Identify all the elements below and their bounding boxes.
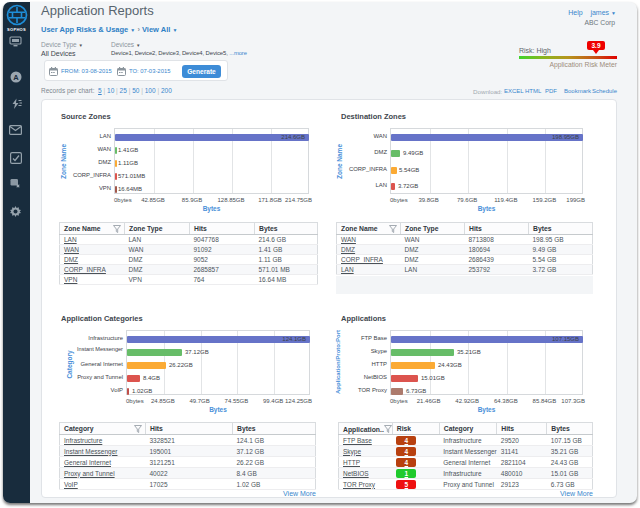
svg-text:A: A xyxy=(13,73,19,82)
